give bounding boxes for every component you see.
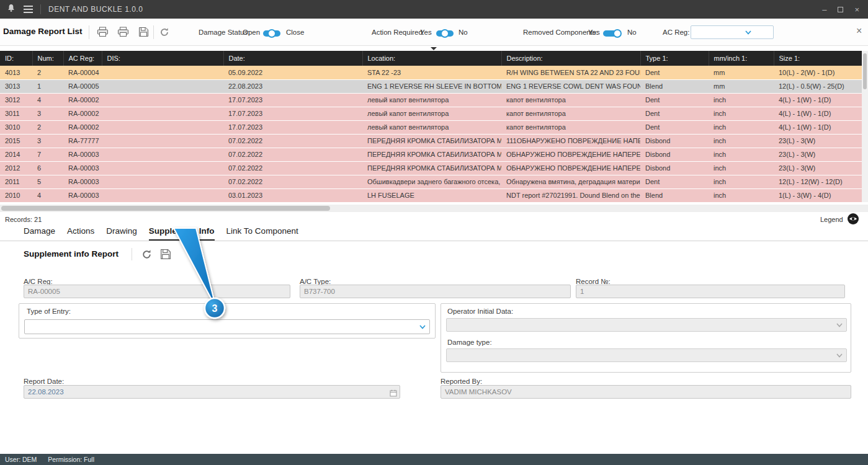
removed-components-on-label: Yes — [588, 29, 600, 36]
cell-type1: Disbond — [640, 134, 709, 148]
cell-dis — [102, 66, 223, 79]
cell-size1: 1(L) - 3(W) - 4(D) — [774, 188, 862, 202]
cell-mm_inch: inch — [709, 175, 774, 188]
table-header-row: ID:Num:AC Reg:DIS:Date:Location:Descript… — [0, 51, 862, 66]
print-button[interactable] — [97, 27, 109, 40]
removed-components-off-label: No — [627, 29, 637, 36]
type-of-entry-select[interactable] — [24, 319, 430, 334]
damage-status-toggle[interactable] — [263, 30, 280, 37]
cell-num: 2 — [32, 66, 63, 79]
tab-link-to-component[interactable]: Link To Component — [226, 226, 298, 241]
operator-initial-data-label: Operator Initial Data: — [447, 308, 513, 315]
cell-type1: Dent — [640, 66, 709, 79]
cell-description: капот вентилятора — [501, 93, 640, 107]
cell-dis — [102, 134, 223, 148]
cell-num: 3 — [32, 134, 63, 148]
table-row[interactable]: 30113RA-0000217.07.2023левый капот венти… — [0, 107, 862, 120]
vertical-scrollbar-thumb[interactable] — [863, 53, 867, 89]
action-required-on-label: Yes — [420, 29, 432, 36]
restore-button[interactable] — [838, 7, 843, 12]
cell-type1: Blend — [640, 188, 709, 202]
column-header[interactable]: mm/inch 1: — [709, 51, 774, 66]
bell-icon[interactable] — [6, 3, 16, 16]
cell-description: ОБНАРУЖЕНО ПОВРЕЖДЕНИЕ НАПЕРЕЖНЕЙ... — [501, 148, 640, 161]
print-preview-button[interactable] — [117, 27, 129, 40]
collapse-handle-icon[interactable] — [431, 47, 437, 50]
chevron-down-icon — [419, 325, 426, 329]
export-save-button[interactable] — [138, 27, 149, 40]
table-row[interactable]: 30124RA-0000217.07.2023левый капот венти… — [0, 93, 862, 107]
cell-mm_inch: inch — [709, 188, 774, 202]
table-row[interactable]: 30131RA-0000522.08.2023ENG 1 REVERSE RH … — [0, 79, 862, 93]
horizontal-scrollbar[interactable] — [0, 205, 868, 212]
cell-location: STA 22 -23 — [362, 66, 501, 79]
supplement-refresh-button[interactable] — [141, 249, 152, 262]
column-header[interactable]: Num: — [32, 51, 63, 66]
cell-location: левый капот вентилятора — [362, 107, 501, 120]
toolbar-separator — [153, 25, 154, 39]
cell-size1: 23(L) - 3(W) — [774, 148, 862, 161]
toggle-knob — [441, 29, 449, 38]
table-row[interactable]: 20115RA-0000307.02.2022Обшивкадвери задн… — [0, 175, 862, 188]
cell-ac_reg: RA-00003 — [63, 148, 102, 161]
column-header[interactable]: Type 1: — [640, 51, 709, 66]
column-header[interactable]: Size 1: — [774, 51, 862, 66]
cell-type1: Dent — [640, 107, 709, 120]
cell-type1: Dent — [640, 93, 709, 107]
legend-label: Legend — [820, 216, 843, 223]
cell-location: левый капот вентилятора — [362, 120, 501, 134]
cell-date: 17.07.2023 — [223, 93, 362, 107]
reported-by-field[interactable] — [441, 385, 851, 399]
close-panel-button[interactable]: × — [856, 25, 862, 37]
table-row[interactable]: 20147RA-0000307.02.2022ПЕРЕДНЯЯ КРОМКА С… — [0, 148, 862, 161]
cell-num: 4 — [32, 93, 63, 107]
cell-mm_inch: inch — [709, 134, 774, 148]
ac-reg-field[interactable] — [24, 285, 290, 298]
damage-type-label: Damage type: — [447, 339, 492, 346]
column-header[interactable]: Date: — [223, 51, 362, 66]
table-row[interactable]: 30102RA-0000217.07.2023левый капот венти… — [0, 120, 862, 134]
operator-initial-data-select[interactable] — [446, 318, 847, 332]
tab-actions[interactable]: Actions — [67, 226, 94, 241]
menu-icon[interactable] — [24, 6, 33, 13]
table-row[interactable]: 40132RA-0000405.09.2022STA 22 -23R/H WIN… — [0, 66, 862, 79]
chevron-down-icon — [836, 353, 843, 358]
column-header[interactable]: Description: — [501, 51, 640, 66]
report-date-field[interactable] — [24, 385, 400, 399]
statusbar: User: DEM Permission: Full — [0, 454, 868, 465]
column-header[interactable]: DIS: — [102, 51, 223, 66]
column-header[interactable]: Location: — [362, 51, 501, 66]
cell-date: 07.02.2022 — [223, 134, 362, 148]
damage-status-off-label: Close — [286, 29, 304, 36]
removed-components-toggle[interactable] — [603, 30, 620, 37]
cell-date: 17.07.2023 — [223, 107, 362, 120]
column-header[interactable]: ID: — [0, 51, 32, 66]
tab-drawing[interactable]: Drawing — [106, 226, 137, 241]
tab-damage[interactable]: Damage — [24, 226, 55, 241]
ac-type-field[interactable] — [300, 285, 571, 298]
table-row[interactable]: 20153RA-7777707.02.2022ПЕРЕДНЯЯ КРОМКА С… — [0, 134, 862, 148]
vertical-scrollbar[interactable] — [862, 51, 868, 202]
cell-dis — [102, 107, 223, 120]
damage-status-on-label: Open — [243, 29, 260, 36]
supplement-separator — [132, 248, 132, 260]
column-header[interactable]: AC Reg: — [63, 51, 102, 66]
horizontal-scrollbar-thumb[interactable] — [1, 206, 330, 211]
damage-type-select[interactable] — [446, 348, 847, 362]
close-window-button[interactable]: × — [854, 6, 859, 14]
table-row[interactable]: 20104RA-0000303.01.2023LH FUSELAGENDT re… — [0, 188, 862, 202]
minimize-button[interactable]: – — [822, 6, 826, 14]
cell-id: 3012 — [0, 93, 32, 107]
table-row[interactable]: 20126RA-0000307.02.2022ПЕРЕДНЯЯ КРОМКА С… — [0, 161, 862, 175]
statusbar-user: User: DEM — [5, 456, 37, 463]
cell-num: 7 — [32, 148, 63, 161]
cell-size1: 4(L) - 1(W) - 1(D) — [774, 107, 862, 120]
tab-supplement-info[interactable]: Supplement Info — [149, 226, 215, 241]
supplement-save-button[interactable] — [160, 249, 171, 262]
toolbar-separator — [89, 25, 89, 39]
refresh-button[interactable] — [159, 27, 169, 40]
calendar-icon[interactable] — [390, 388, 397, 399]
action-required-toggle[interactable] — [436, 30, 454, 37]
record-number-field[interactable] — [576, 285, 845, 298]
ac-reg-filter-select[interactable] — [691, 25, 774, 39]
